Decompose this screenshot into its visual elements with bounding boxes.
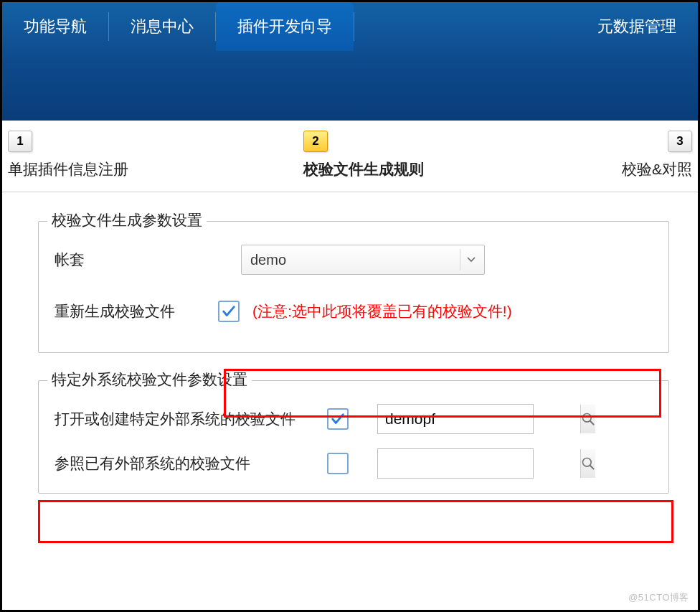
- tab-message-center[interactable]: 消息中心: [109, 2, 215, 51]
- tab-divider: [354, 12, 354, 41]
- reference-file-search-input[interactable]: [377, 448, 534, 479]
- chevron-down-icon: [460, 249, 481, 270]
- regenerate-checkbox[interactable]: [218, 301, 240, 322]
- step-label: 校验&对照: [622, 159, 692, 179]
- external-file-input[interactable]: [378, 405, 580, 433]
- wizard-step-3[interactable]: 3 校验&对照: [622, 131, 692, 179]
- search-icon: [581, 456, 595, 471]
- reference-checkbox[interactable]: [327, 453, 349, 474]
- svg-line-1: [590, 421, 594, 425]
- regenerate-label: 重新生成校验文件: [55, 301, 198, 321]
- reference-label: 参照已有外部系统的校验文件: [55, 453, 327, 474]
- wizard-step-1[interactable]: 1 单据插件信息注册: [8, 131, 128, 179]
- fieldset-external-system-params: 特定外系统校验文件参数设置 打开或创建特定外部系统的校验文件 参照已有外部系统的…: [38, 380, 669, 494]
- wizard-content: 校验文件生成参数设置 帐套 demo 重新生成校验文件 (注意:选中此项将覆盖已…: [2, 192, 698, 535]
- row-regenerate: 重新生成校验文件 (注意:选中此项将覆盖已有的校验文件!): [55, 295, 653, 328]
- reference-file-input[interactable]: [378, 449, 580, 478]
- regenerate-warning-text: (注意:选中此项将覆盖已有的校验文件!): [252, 301, 512, 321]
- fieldset-generation-params: 校验文件生成参数设置 帐套 demo 重新生成校验文件 (注意:选中此项将覆盖已…: [38, 221, 669, 353]
- account-select-value: demo: [250, 252, 460, 268]
- account-select[interactable]: demo: [241, 245, 485, 275]
- fieldset-legend: 校验文件生成参数设置: [47, 210, 207, 230]
- step-label: 校验文件生成规则: [303, 159, 424, 179]
- search-button[interactable]: [580, 449, 595, 478]
- step-label: 单据插件信息注册: [8, 159, 128, 179]
- step-badge: 3: [668, 131, 692, 152]
- external-file-search-input[interactable]: [377, 404, 534, 434]
- tab-function-nav[interactable]: 功能导航: [2, 2, 108, 51]
- watermark-text: @51CTO博客: [628, 591, 689, 604]
- tab-metadata-mgmt[interactable]: 元数据管理: [576, 2, 698, 51]
- step-badge: 1: [8, 131, 32, 152]
- row-reference-external: 参照已有外部系统的校验文件: [55, 447, 653, 480]
- top-nav-bar: 功能导航 消息中心 插件开发向导 元数据管理: [2, 2, 698, 121]
- open-create-checkbox[interactable]: [327, 408, 349, 430]
- tab-plugin-wizard[interactable]: 插件开发向导: [216, 2, 354, 51]
- wizard-steps-bar: 1 单据插件信息注册 2 校验文件生成规则 3 校验&对照: [2, 121, 698, 192]
- step-badge: 2: [303, 131, 328, 152]
- search-icon: [581, 412, 595, 426]
- open-create-label: 打开或创建特定外部系统的校验文件: [55, 409, 327, 429]
- row-account: 帐套 demo: [55, 243, 653, 276]
- wizard-step-2[interactable]: 2 校验文件生成规则: [303, 131, 424, 179]
- svg-line-3: [590, 466, 594, 469]
- fieldset-legend: 特定外系统校验文件参数设置: [47, 369, 252, 390]
- account-label: 帐套: [55, 250, 198, 270]
- search-button[interactable]: [580, 405, 595, 433]
- row-open-create-external: 打开或创建特定外部系统的校验文件: [55, 402, 653, 436]
